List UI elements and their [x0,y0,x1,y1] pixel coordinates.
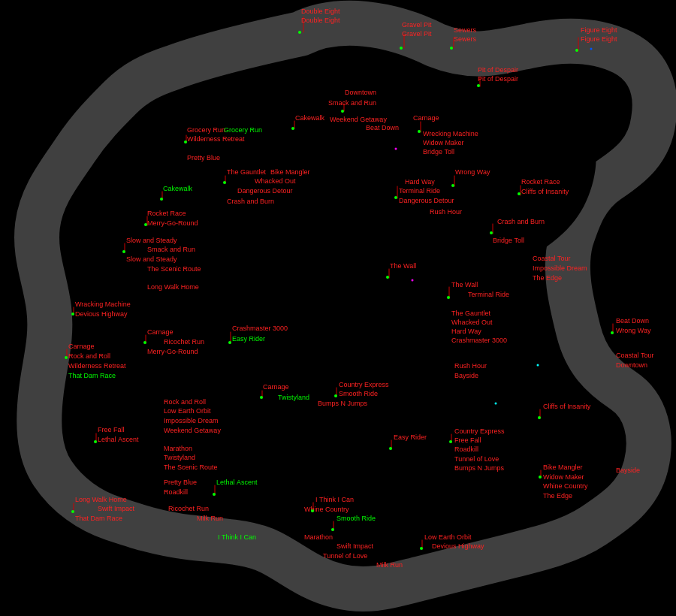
map-canvas [0,0,676,616]
